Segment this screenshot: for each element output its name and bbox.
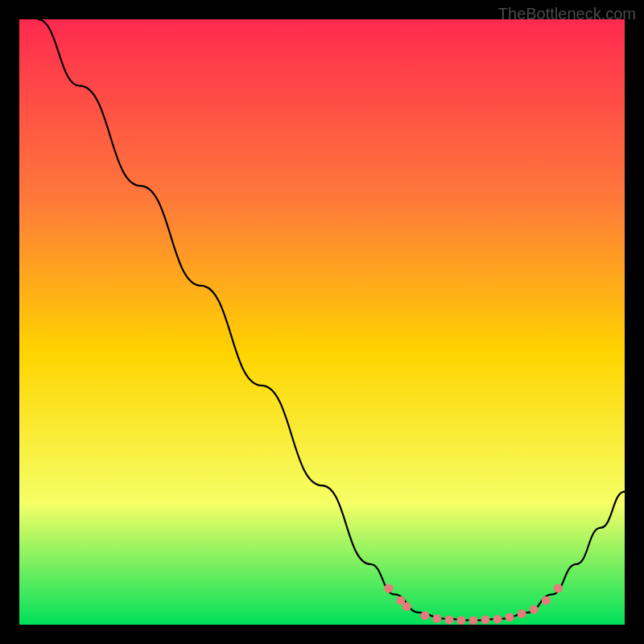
- marker-dot: [481, 615, 490, 624]
- marker-dot: [554, 584, 563, 592]
- watermark-text: TheBottleneck.com: [498, 5, 636, 23]
- chart-container: TheBottleneck.com: [0, 0, 644, 644]
- marker-dot: [542, 596, 551, 605]
- marker-dot: [506, 613, 514, 621]
- gradient-background: [19, 19, 625, 625]
- marker-dot: [530, 605, 539, 614]
- marker-dot: [402, 602, 411, 611]
- marker-dot: [420, 611, 429, 620]
- chart-svg: [19, 19, 625, 625]
- marker-dot: [384, 584, 393, 592]
- marker-dot: [469, 616, 478, 625]
- marker-dot: [444, 615, 453, 624]
- marker-dot: [518, 609, 526, 618]
- marker-dot: [456, 616, 465, 625]
- marker-dot: [493, 615, 502, 624]
- plot-area: [19, 19, 625, 625]
- marker-dot: [432, 614, 441, 623]
